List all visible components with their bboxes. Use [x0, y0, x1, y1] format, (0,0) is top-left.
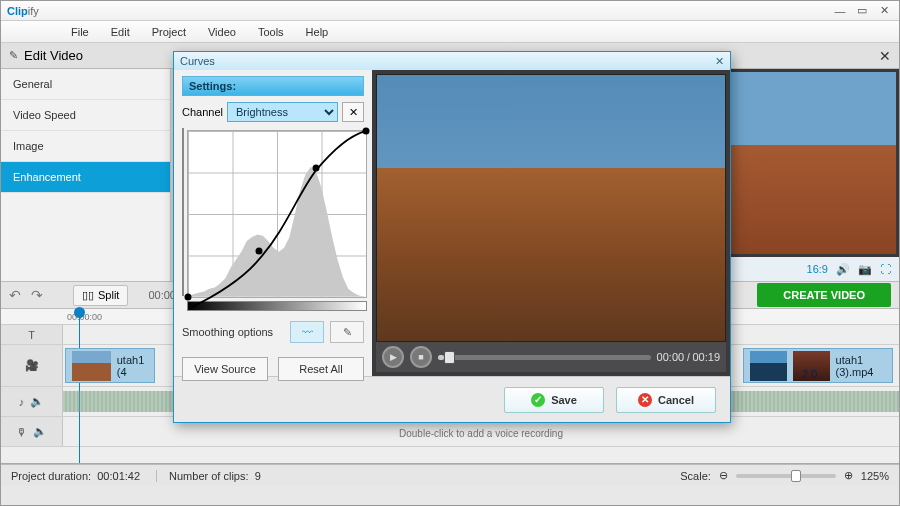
voice-mute-icon[interactable]: 🔈: [33, 425, 47, 438]
menu-file[interactable]: File: [61, 23, 99, 41]
scale-label: Scale:: [680, 470, 711, 482]
dialog-close-icon[interactable]: ✕: [715, 55, 724, 68]
play-button[interactable]: ▶: [382, 346, 404, 368]
curve-point-2[interactable]: [313, 164, 320, 171]
undo-icon[interactable]: ↶: [9, 287, 21, 303]
menu-help[interactable]: Help: [296, 23, 339, 41]
menu-bar: File Edit Project Video Tools Help: [1, 21, 899, 43]
sidebar-item-video-speed[interactable]: Video Speed: [1, 100, 170, 131]
dialog-preview-image: [376, 74, 726, 342]
output-gradient: [182, 128, 184, 296]
view-source-button[interactable]: View Source: [182, 357, 268, 381]
cancel-icon: ✕: [638, 393, 652, 407]
split-label: Split: [98, 289, 119, 301]
pencil-icon: ✎: [9, 49, 18, 62]
main-preview-pane: 16:9 🔊 📷 ⛶: [719, 69, 899, 281]
dialog-titlebar[interactable]: Curves ✕: [174, 52, 730, 70]
main-preview-image: [722, 72, 896, 254]
zoom-out-icon[interactable]: ⊖: [719, 469, 728, 482]
volume-icon[interactable]: 🔊: [836, 263, 850, 276]
channel-label: Channel: [182, 106, 223, 118]
snapshot-icon[interactable]: 📷: [858, 263, 872, 276]
voice-track-head: 🎙🔈: [1, 417, 63, 446]
text-track-icon: T: [28, 329, 35, 341]
clips-label: Number of clips:: [169, 470, 248, 482]
save-label: Save: [551, 394, 577, 406]
edit-sidebar: General Video Speed Image Enhancement: [1, 69, 171, 281]
edit-video-title: Edit Video: [24, 48, 83, 63]
stop-button[interactable]: ■: [410, 346, 432, 368]
redo-icon[interactable]: ↷: [31, 287, 43, 303]
split-icon: ▯▯: [82, 289, 94, 302]
window-minimize-button[interactable]: —: [831, 4, 849, 18]
clip-thumb-2: [750, 351, 787, 381]
video-track-icon: 🎥: [25, 359, 39, 372]
curves-dialog: Curves ✕ Settings: Channel Brightness ✕: [173, 51, 731, 423]
smooth-curve-button[interactable]: 〰: [290, 321, 324, 343]
menu-project[interactable]: Project: [142, 23, 196, 41]
video-clip-2[interactable]: 2.0 utah1 (3).mp4: [743, 348, 893, 383]
player-time: 00:00 / 00:19: [657, 351, 720, 363]
zoom-in-icon[interactable]: ⊕: [844, 469, 853, 482]
seek-bar[interactable]: [438, 355, 651, 360]
save-button[interactable]: ✓ Save: [504, 387, 604, 413]
check-icon: ✓: [531, 393, 545, 407]
zoom-slider[interactable]: [736, 474, 836, 478]
sidebar-item-image[interactable]: Image: [1, 131, 170, 162]
channel-clear-button[interactable]: ✕: [342, 102, 364, 122]
menu-tools[interactable]: Tools: [248, 23, 294, 41]
duration-label: Project duration:: [11, 470, 91, 482]
mic-icon: 🎙: [16, 426, 27, 438]
curve-point-1[interactable]: [256, 247, 263, 254]
window-close-button[interactable]: ✕: [875, 4, 893, 18]
clip-label-2: utah1 (3).mp4: [836, 354, 886, 378]
text-track-head: T: [1, 325, 63, 344]
window-maximize-button[interactable]: ▭: [853, 4, 871, 18]
app-logo: Clipify: [7, 3, 39, 18]
menu-edit[interactable]: Edit: [101, 23, 140, 41]
create-video-button[interactable]: CREATE VIDEO: [757, 283, 891, 307]
video-track-head: 🎥: [1, 345, 63, 386]
draw-curve-button[interactable]: ✎: [330, 321, 364, 343]
channel-select[interactable]: Brightness: [227, 102, 338, 122]
sidebar-item-enhancement[interactable]: Enhancement: [1, 162, 170, 193]
sidebar-item-general[interactable]: General: [1, 69, 170, 100]
music-icon: ♪: [19, 396, 25, 408]
curve-point-3[interactable]: [363, 128, 370, 135]
duration-value: 00:01:42: [97, 470, 140, 482]
voice-track-hint: Double-click to add a voice recording: [63, 428, 899, 439]
dialog-title: Curves: [180, 55, 215, 67]
settings-header: Settings:: [182, 76, 364, 96]
smoothing-label: Smoothing options: [182, 326, 284, 338]
status-bar: Project duration: 00:01:42 Number of cli…: [1, 464, 899, 486]
clip-label-1: utah1 (4: [117, 354, 148, 378]
menu-video[interactable]: Video: [198, 23, 246, 41]
music-mute-icon[interactable]: 🔈: [30, 395, 44, 408]
curve-editor[interactable]: [187, 130, 367, 298]
reset-all-button[interactable]: Reset All: [278, 357, 364, 381]
music-track-head: ♪🔈: [1, 387, 63, 416]
clip-duration-2: 2.0: [802, 368, 817, 380]
curve-point-0[interactable]: [185, 294, 192, 301]
dialog-player-bar: ▶ ■ 00:00 / 00:19: [376, 342, 726, 372]
close-panel-button[interactable]: ✕: [879, 48, 891, 64]
cancel-button[interactable]: ✕ Cancel: [616, 387, 716, 413]
clip-thumb-1: [72, 351, 111, 381]
clips-value: 9: [255, 470, 261, 482]
fullscreen-icon[interactable]: ⛶: [880, 263, 891, 275]
split-button[interactable]: ▯▯ Split: [73, 285, 128, 306]
aspect-ratio-label: 16:9: [807, 263, 828, 275]
scale-value: 125%: [861, 470, 889, 482]
video-clip-1[interactable]: utah1 (4: [65, 348, 155, 383]
cancel-label: Cancel: [658, 394, 694, 406]
